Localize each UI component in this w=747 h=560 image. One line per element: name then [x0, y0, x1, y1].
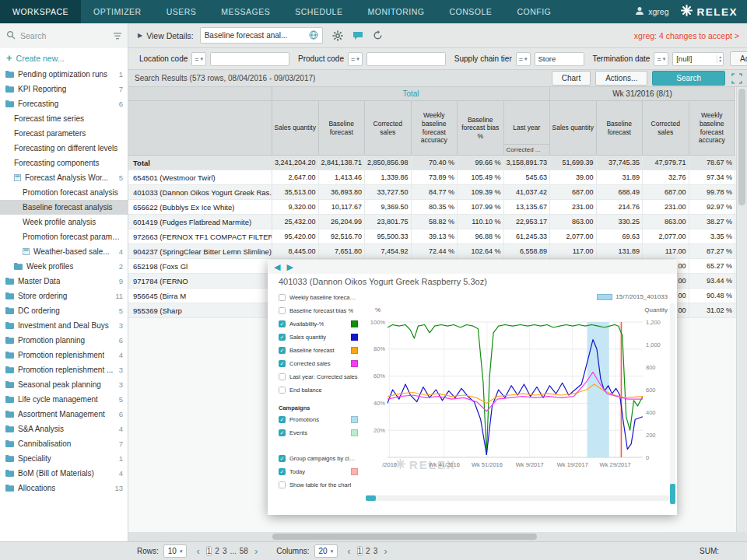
- sidebar-item-seasonal-peak-planning[interactable]: Seasonal peak planning3: [0, 377, 128, 392]
- checkbox-icon[interactable]: ✓: [279, 429, 286, 436]
- rows-per-page-select[interactable]: 10▾: [163, 544, 188, 558]
- actions-button[interactable]: Actions...: [595, 71, 647, 86]
- column-header-sales-quantity[interactable]: Sales quantity: [550, 101, 597, 156]
- sidebar-item-pending-optimization-runs[interactable]: Pending optimization runs1: [0, 67, 128, 82]
- sidebar-item-investment-and-deal-buys[interactable]: Investment and Deal Buys3: [0, 318, 128, 333]
- table-row-972663-fernox-tf1-compact-filter[interactable]: 972663 (FERNOX TF1 COMPACT FILTER ...95,…: [128, 229, 736, 244]
- filter-icon[interactable]: [114, 29, 121, 43]
- filter-input-field[interactable]: [367, 54, 445, 65]
- sidebar-item-speciality[interactable]: Speciality1: [0, 451, 128, 466]
- filter-input-product-code[interactable]: [366, 52, 446, 66]
- prev-cols-page-arrow[interactable]: ‹: [347, 546, 350, 556]
- sidebar-item-forecasting-components[interactable]: Forecasting components: [0, 156, 128, 170]
- sidebar-item-bom-bill-of-materials[interactable]: BoM (Bill of Materials)4: [0, 466, 128, 481]
- column-header-last-year[interactable]: Last yearCorrected ...: [504, 101, 551, 156]
- add-filter-button[interactable]: Add...: [730, 51, 747, 66]
- horizontal-scroll-thumb[interactable]: [366, 495, 376, 501]
- checkbox-icon[interactable]: [279, 294, 286, 301]
- forecast-chart[interactable]: 100%80%60%40%20%1,2001,0008006004002000/…: [364, 316, 675, 475]
- table-row-total[interactable]: Total3,241,204.202,841,138.712,850,856.9…: [128, 156, 736, 170]
- sidebar-item-promotion-replenishment[interactable]: Promotion replenishment ...3: [0, 362, 128, 377]
- filter-operator-select[interactable]: =▾: [654, 52, 668, 66]
- sidebar-item-forecasting[interactable]: Forecasting6: [0, 96, 128, 111]
- cols-per-page-select[interactable]: 20▾: [314, 544, 338, 558]
- checkbox-icon[interactable]: ✓: [279, 320, 286, 327]
- sidebar-item-cannibalisation[interactable]: Cannibalisation7: [0, 436, 128, 451]
- sidebar-item-dc-ordering[interactable]: DC ordering5: [0, 303, 128, 318]
- view-selector-dropdown[interactable]: Baseline forecast anal...: [200, 27, 323, 44]
- col-page-2[interactable]: 2: [366, 547, 370, 555]
- dialog-vertical-scrollbar[interactable]: [670, 303, 675, 504]
- column-header-baseline-forecast[interactable]: Baseline forecast: [319, 101, 366, 156]
- nav-tab-monitoring[interactable]: MONITORING: [355, 0, 437, 23]
- dialog-horizontal-scrollbar[interactable]: [366, 495, 669, 501]
- row-page-1[interactable]: 1: [206, 546, 212, 556]
- checkbox-icon[interactable]: ✓: [279, 347, 286, 354]
- checkbox-icon[interactable]: ✓: [279, 455, 286, 462]
- horizontal-scroll-thumb[interactable]: [272, 534, 537, 540]
- nav-tab-messages[interactable]: MESSAGES: [209, 0, 282, 23]
- sidebar-item-master-data[interactable]: Master Data9: [0, 274, 128, 289]
- toggle-weekly-baseline-forecast-accuracy[interactable]: Weekly baseline forecast accuracy: [279, 291, 364, 304]
- checkbox-icon[interactable]: ✓: [279, 468, 286, 475]
- table-row-401033-dannon-oikos-yogurt-greek-ras[interactable]: 401033 (Dannon Oikos Yogurt Greek Ras...…: [128, 185, 736, 200]
- toggle-corrected-sales[interactable]: ✓Corrected sales: [279, 357, 364, 370]
- toggle-baseline-forecast-bias[interactable]: Baseline forecast bias %: [279, 304, 364, 317]
- table-row-601419-fudges-flatbread-marmite[interactable]: 601419 (Fudges Flatbread Marmite)25,432.…: [128, 215, 736, 229]
- table-row-656622-bubblys-ex-ice-white[interactable]: 656622 (Bubblys Ex Ice White)9,320.0010,…: [128, 200, 736, 215]
- nav-tab-config[interactable]: CONFIG: [504, 0, 563, 23]
- next-rows-page-arrow[interactable]: ›: [254, 546, 258, 556]
- filter-operator-select[interactable]: =▾: [348, 52, 363, 66]
- checkbox-icon[interactable]: [279, 373, 286, 380]
- filter-input-field[interactable]: [211, 54, 289, 65]
- prev-item-arrow[interactable]: ◀: [274, 263, 280, 271]
- column-header-baseline-forecast-bias[interactable]: Baseline forecast bias %: [458, 101, 504, 156]
- nav-tab-workspace[interactable]: WORKSPACE: [0, 0, 81, 23]
- settings-gear-icon[interactable]: [332, 30, 343, 41]
- sidebar-item-forecasting-on-different-levels[interactable]: Forecasting on different levels: [0, 141, 128, 156]
- toggle-end-balance[interactable]: End balance: [279, 383, 364, 397]
- fullscreen-icon[interactable]: [731, 73, 742, 84]
- checkbox-icon[interactable]: [279, 481, 286, 488]
- filter-input-location-code[interactable]: [210, 52, 289, 66]
- search-button[interactable]: Search: [652, 71, 725, 86]
- changes-to-accept-link[interactable]: xgreg: 4 changes to accept >: [634, 31, 739, 40]
- campaign-toggle-promotions[interactable]: ✓Promotions: [279, 413, 364, 426]
- col-page-3[interactable]: 3: [374, 547, 378, 555]
- checkbox-icon[interactable]: [279, 387, 286, 394]
- column-header-baseline-forecast[interactable]: Baseline forecast: [597, 101, 644, 156]
- filter-input-field[interactable]: [535, 54, 584, 65]
- sidebar-item-allocations[interactable]: Allocations13: [0, 481, 128, 495]
- table-row-904237-springclear-bitter-lemn-slimline[interactable]: 904237 (SpringClear Bitter Lemn Slimline…: [128, 244, 736, 259]
- spinner-arrows[interactable]: ▴▾: [717, 55, 723, 63]
- next-item-arrow[interactable]: ▶: [286, 263, 293, 271]
- vertical-scroll-thumb[interactable]: [670, 484, 675, 504]
- filter-operator-select[interactable]: =▾: [191, 52, 206, 66]
- column-header-weekly-baseline-forecast-accuracy[interactable]: Weekly baseline forecast accuracy: [412, 101, 458, 156]
- sidebar-item-week-profile-analysis[interactable]: Week profile analysis: [0, 215, 128, 229]
- chat-icon[interactable]: [352, 31, 363, 40]
- campaign-toggle-events[interactable]: ✓Events: [279, 426, 364, 439]
- toggle-availability[interactable]: ✓Availability-%: [279, 317, 364, 331]
- option-toggle-today[interactable]: ✓Today: [279, 465, 364, 478]
- col-page-1[interactable]: 1: [357, 546, 363, 556]
- toggle-last-year-corrected-sales[interactable]: Last year: Corrected sales: [279, 370, 364, 383]
- row-page-58[interactable]: 58: [240, 547, 248, 555]
- checkbox-icon[interactable]: ✓: [279, 416, 286, 423]
- sidebar-item-promotion-planning[interactable]: Promotion planning6: [0, 333, 128, 348]
- create-new-link[interactable]: + Create new...: [0, 48, 128, 67]
- refresh-icon[interactable]: [373, 30, 383, 40]
- column-header-weekly-baseline-forecast-accuracy[interactable]: Weekly baseline forecast accuracy: [689, 101, 736, 156]
- sidebar-item-forecast-time-series[interactable]: Forecast time series: [0, 111, 128, 126]
- table-vertical-scrollbar[interactable]: [736, 87, 747, 532]
- sidebar-item-s-a-analysis[interactable]: S&A Analysis4: [0, 422, 128, 436]
- row-page-3[interactable]: 3: [223, 547, 227, 555]
- table-row-654501-westmoor-twirl[interactable]: 654501 (Westmoor Twirl)2,647.001,413.461…: [128, 170, 736, 185]
- nav-tab-users[interactable]: USERS: [154, 0, 209, 23]
- checkbox-icon[interactable]: ✓: [279, 334, 286, 341]
- sidebar-item-promotion-replenishment[interactable]: Promotion replenishment4: [0, 348, 128, 362]
- vertical-scroll-thumb[interactable]: [738, 89, 745, 205]
- user-menu[interactable]: xgreg: [635, 6, 668, 17]
- chart-button[interactable]: Chart: [552, 71, 591, 86]
- search-input[interactable]: [20, 31, 109, 40]
